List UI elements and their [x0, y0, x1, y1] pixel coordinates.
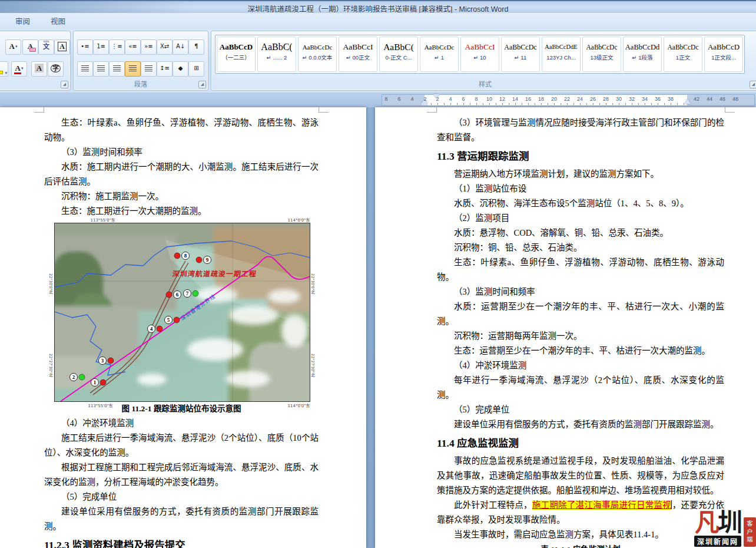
ruler-number: 48 [731, 96, 740, 102]
increase-indent-button[interactable]: »≡ [141, 39, 157, 55]
style-card[interactable]: AaBbCcDc↵ 1 [420, 37, 459, 72]
style-name: 13级正文 [583, 54, 621, 62]
distribute-button[interactable] [141, 61, 157, 77]
style-card[interactable]: AaBbC(↵ ...... 2 [257, 37, 296, 72]
style-card[interactable]: AaBbCcI↵ 00正文 [339, 37, 377, 72]
multilevel-list-icon: ⋮≡ [111, 43, 122, 49]
heading: 11.4 应急监视监测 [437, 435, 724, 451]
ruler-number: 8 [472, 96, 480, 102]
style-sample: AaBbCcD [705, 41, 742, 54]
svg-text:5: 5 [167, 317, 170, 323]
style-name: （一二三） [217, 54, 255, 62]
font-dialog-launcher[interactable]: ◢ [61, 81, 68, 88]
character-shading-button[interactable]: A [31, 61, 47, 77]
style-sample: AaBbC( [380, 41, 417, 54]
paragraph-dialog-launcher[interactable]: ◢ [198, 81, 206, 88]
style-card[interactable]: AaBbCcDd↵ 1段落 [623, 37, 662, 72]
style-card[interactable]: AaBbCcDc1正文 [664, 37, 702, 72]
clear-formatting-button[interactable]: A [22, 39, 38, 55]
ruler-band: 8642246810121416182022242628303234363842… [0, 93, 756, 107]
decrease-indent-button[interactable]: «≡ [125, 39, 141, 55]
style-card[interactable]: AaBbCcDc13级正文 [582, 37, 621, 72]
style-card[interactable]: AaBbCcDc↵ 0.0.0文本 [298, 37, 337, 72]
svg-text:4: 4 [150, 326, 152, 332]
grow-shrink-font-button[interactable]: A▾ [5, 39, 21, 55]
svg-text:8: 8 [184, 253, 187, 259]
decrease-indent-icon: «≡ [128, 43, 137, 49]
ruler-number: 14 [511, 96, 519, 102]
map-project-label: 深圳湾航道疏浚一期工程 [171, 268, 257, 279]
bullets-button[interactable]: •≡ [77, 39, 93, 55]
increase-indent-icon: »≡ [144, 43, 153, 49]
left-indent-marker[interactable] [422, 103, 427, 105]
style-card[interactable]: AaBbCcDdE123YJ Ch... [542, 37, 581, 72]
style-card[interactable]: AaBbCcD1正文段... [704, 37, 743, 72]
coord-label: 114°0'0"东 [288, 217, 310, 223]
paragraph: 沉积物：铜、铅、总汞、石油类。 [437, 240, 724, 255]
ruler-ticks [425, 103, 687, 105]
svg-text:1: 1 [93, 379, 96, 385]
line-spacing-button[interactable]: ↕≡ [157, 61, 173, 77]
style-name: 1正文段... [705, 54, 742, 62]
phonetic-guide-button[interactable]: wén 文 [38, 39, 54, 55]
style-card[interactable]: AaBbCcDc↵ 11 [501, 37, 540, 72]
coord-label: 113°55'0"东 [88, 402, 113, 408]
justify-button[interactable] [125, 61, 141, 77]
paragraph: 建设单位采用有偿服务的方式，委托有资质的监测部门开展跟踪监测。 [44, 504, 319, 534]
heading: 11.2.3 监测资料建档及报告提交 [44, 537, 319, 548]
paragraph: 每年进行一季海域海流、悬浮泥沙（2个站位）、底质、水深变化的监测。 [437, 373, 724, 402]
align-left-button[interactable] [77, 61, 93, 77]
page-right[interactable]: （3）环境管理与监测情况应随时接受海洋行政主管部门和环保部门的检查和监督。11.… [375, 107, 756, 548]
numbering-icon: 1≡ [97, 43, 105, 49]
text-boundary-mark [725, 107, 735, 113]
enclose-characters-button[interactable]: 字 [48, 61, 64, 77]
align-right-button[interactable] [109, 61, 125, 77]
align-center-button[interactable] [93, 61, 109, 77]
tab-review[interactable]: 审阅 [7, 16, 38, 28]
ruler-number: 4 [446, 96, 455, 102]
paragraph: 生态：叶绿素a、鱼卵仔鱼、浮游植物、浮游动物、底栖生物、游泳动物。 [44, 115, 319, 145]
shading-icon: ◆ [178, 65, 183, 71]
ruler-number: 6 [459, 96, 467, 102]
ruler-number: 2 [421, 96, 429, 102]
paragraph: 水质：悬浮物、COD、溶解氧、铜、铅、总汞、石油类。 [437, 226, 724, 240]
coord-label: 114°0'0"东 [288, 402, 310, 408]
style-name: ↵ 00正文 [339, 54, 377, 62]
line-spacing-icon: ↕≡ [160, 65, 170, 71]
multilevel-list-button[interactable]: ⋮≡ [109, 39, 125, 55]
show-hide-marks-button[interactable]: ¶ [188, 39, 204, 55]
paragraph: 当发生事故时，需启动应急监测方案，具体见表11.4-1。 [437, 527, 724, 542]
style-card[interactable]: AaBbCcD（一二三） [217, 37, 256, 72]
tab-view[interactable]: 视图 [42, 16, 74, 28]
watermark-logo: 凡圳 [695, 511, 741, 534]
coord-label: 22°30'0"北 [310, 273, 316, 294]
svg-text:7: 7 [185, 290, 188, 296]
numbering-button[interactable]: 1≡ [93, 39, 109, 55]
styles-dialog-launcher[interactable]: ◢ [750, 81, 756, 88]
asian-layout-button[interactable]: X⇄ [157, 39, 173, 55]
text-highlight-button[interactable]: ▾ [0, 61, 8, 77]
map-figure[interactable]: 113°55'0"东 114°0'0"东 113°55'0"东 114°0'0"… [54, 223, 309, 402]
font-color-button[interactable]: A▾ [11, 61, 27, 77]
align-center-icon [97, 65, 105, 71]
character-border-button[interactable]: A [54, 39, 70, 55]
shading-button[interactable]: ◆ [173, 61, 188, 77]
style-card[interactable]: AaBbCcI↵ 10 [460, 37, 499, 72]
coord-label: 22°27'30"北 [48, 354, 54, 377]
style-card[interactable]: AaBbC(0-正文 C... [379, 37, 418, 72]
ruler-number: 46 [718, 96, 727, 102]
satellite-map: 896754321 深圳湾航道疏浚一期工程 深圳香港分界线 [54, 223, 310, 402]
right-indent-marker[interactable] [685, 99, 691, 104]
paragraph: 根据对工程施工期和工程完成后邻近海域海流、悬浮泥沙、底质、水深变化的监测，分析工… [44, 460, 319, 490]
sort-button[interactable]: A↓ [173, 39, 188, 55]
ruler-number: 38 [667, 96, 675, 102]
style-name: ↵ 11 [502, 54, 539, 62]
page-left[interactable]: 生态：叶绿素a、鱼卵仔鱼、浮游植物、浮游动物、底栖生物、游泳动物。（3）监测时间… [0, 107, 366, 548]
borders-button[interactable]: ⊞ [188, 61, 204, 77]
style-sample: AaBbCcDc [583, 41, 621, 54]
align-right-icon [113, 65, 121, 71]
title-bar[interactable]: 深圳湾航道疏浚工程（一期）环境影响报告书送审稿 [兼容模式] - Microso… [0, 0, 756, 14]
paragraph: （3）环境管理与监测情况应随时接受海洋行政主管部门和环保部门的检查和监督。 [437, 115, 724, 145]
horizontal-ruler[interactable]: 8642246810121416182022242628303234363842… [382, 94, 755, 106]
ruler-number: 8 [382, 96, 390, 102]
